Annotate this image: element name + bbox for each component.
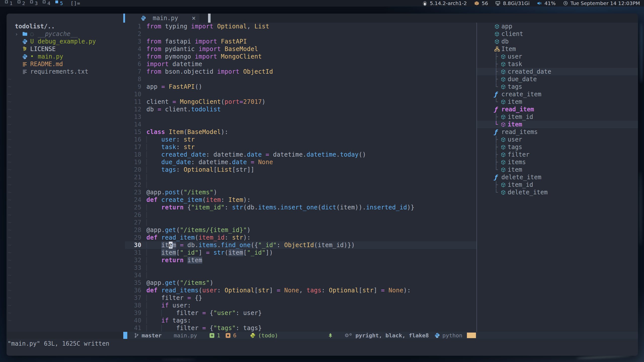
- workspace-4[interactable]: 4: [43, 0, 50, 6]
- outline-symbol-items[interactable]: ├ items: [477, 158, 638, 166]
- file-tree-item-license[interactable]: LICENSE: [7, 45, 123, 53]
- tab-close-icon[interactable]: ×: [192, 15, 196, 21]
- code-line-33[interactable]: 33: [125, 264, 476, 272]
- variable-cube-icon: [501, 99, 508, 105]
- function-icon: ƒ: [494, 174, 501, 181]
- variable-cube-icon: [501, 152, 508, 157]
- code-line-29[interactable]: 29def read_item(item_id: str):: [125, 234, 476, 241]
- code-line-15[interactable]: 15class Item(BaseModel):: [125, 128, 476, 136]
- code-line-4[interactable]: 4from pydantic import BaseModel: [125, 45, 476, 53]
- code-line-24[interactable]: 24def create_item(item: Item):: [125, 196, 476, 204]
- outline-symbol-task[interactable]: ├ task: [477, 60, 638, 68]
- outline-symbol-client[interactable]: client: [477, 30, 638, 38]
- outline-symbol-item_id[interactable]: ├ item_id: [477, 181, 638, 189]
- file-tree-item-requirements-txt[interactable]: requirements.txt: [7, 68, 123, 75]
- code-line-41[interactable]: 41 filter = {"tags": tags}: [125, 324, 476, 332]
- code-line-3[interactable]: 3from fastapi import FastAPI: [125, 38, 476, 45]
- file-tree-item-readme-md[interactable]: README.md: [7, 60, 123, 68]
- workspace-5[interactable]: 5: [55, 0, 63, 6]
- end-of-buffer-tilde: ~: [7, 136, 123, 143]
- code-line-39[interactable]: 39 filter = {"user": user}: [125, 309, 476, 317]
- code-line-27[interactable]: 27: [125, 219, 476, 226]
- tab-main-py[interactable]: main.py ×: [125, 14, 199, 23]
- code-line-12[interactable]: 12db = client.todolist: [125, 106, 476, 113]
- code-line-9[interactable]: 9app = FastAPI(): [125, 83, 476, 90]
- workspace-1[interactable]: 1: [5, 0, 13, 6]
- code-line-25[interactable]: 25 return {"item_id": str(db.items.inser…: [125, 204, 476, 211]
- outline-symbol-app[interactable]: app: [477, 23, 638, 30]
- code-line-6[interactable]: 6import datetime: [125, 60, 476, 68]
- code-line-1[interactable]: 1from typing import Optional, List: [125, 23, 476, 30]
- symbol-label: item: [508, 98, 522, 105]
- git-changed-icon: [226, 333, 230, 338]
- outline-symbol-due_date[interactable]: ├ due_date: [477, 75, 638, 83]
- code-line-28[interactable]: 28@app.get("/items/{item_id}"): [125, 226, 476, 234]
- code-line-36[interactable]: 36def read_items(user: Optional[str] = N…: [125, 287, 476, 294]
- end-of-buffer-tilde: ~: [7, 309, 123, 317]
- code-line-2[interactable]: 2: [125, 30, 476, 38]
- end-of-buffer-tilde: ~: [7, 113, 123, 121]
- code-editor[interactable]: 1from typing import Optional, List23from…: [125, 23, 476, 332]
- outline-symbol-item[interactable]: └ item: [477, 121, 638, 128]
- code-text: tags: Optional[List[str]]: [146, 166, 254, 173]
- outline-symbol-item[interactable]: └ item: [477, 98, 638, 106]
- code-line-13[interactable]: 13: [125, 113, 476, 121]
- code-line-34[interactable]: 34: [125, 272, 476, 279]
- code-line-26[interactable]: 26: [125, 211, 476, 219]
- code-line-10[interactable]: 10: [125, 90, 476, 98]
- code-line-31[interactable]: 31 item["_id"] = str(item["_id"]): [125, 249, 476, 256]
- workspace-3[interactable]: 3: [30, 0, 38, 6]
- outline-symbol-item[interactable]: └ item: [477, 166, 638, 173]
- outline-symbol-tags[interactable]: └ tags: [477, 83, 638, 90]
- code-line-16[interactable]: 16 user: str: [125, 136, 476, 143]
- outline-symbol-created_date[interactable]: ├ created_date: [477, 68, 638, 75]
- layout-indicator[interactable]: []=: [70, 0, 80, 6]
- outline-symbol-delete_item[interactable]: └ delete_item: [477, 189, 638, 196]
- symbol-label: client: [501, 30, 523, 37]
- outline-symbol-user[interactable]: ├ user: [477, 53, 638, 60]
- workspace-2[interactable]: 2: [18, 0, 25, 6]
- code-line-22[interactable]: 22: [125, 181, 476, 189]
- code-line-14[interactable]: 14: [125, 121, 476, 128]
- end-of-buffer-tilde: ~: [7, 158, 123, 166]
- system-status-clock: Tue September 14 12:03PM: [563, 0, 640, 6]
- outline-symbol-read_item[interactable]: ƒread_item: [477, 106, 638, 113]
- outline-symbol-filter[interactable]: ├ filter: [477, 151, 638, 158]
- code-line-23[interactable]: 23@app.post("/items"): [125, 189, 476, 196]
- code-line-40[interactable]: 40 if tags:: [125, 317, 476, 324]
- outline-symbol-create_item[interactable]: ƒcreate_item: [477, 90, 638, 98]
- speaker-icon: [537, 1, 542, 6]
- outline-symbol-read_items[interactable]: ƒread_items: [477, 128, 638, 136]
- code-line-5[interactable]: 5from pymongo import MongoClient: [125, 53, 476, 60]
- file-tree-item--pycache-[interactable]: ›◌__pycache__: [7, 30, 123, 38]
- wm-status-bar: 12345 []= 5.14.2-arch1-2 56 8.8Gi/31Gi 4…: [0, 0, 644, 7]
- code-line-17[interactable]: 17 task: str: [125, 143, 476, 151]
- outline-symbol-db[interactable]: db: [477, 38, 638, 45]
- code-line-30[interactable]: 30 item = db.items.find_one({"_id": Obje…: [125, 241, 476, 249]
- code-line-8[interactable]: 8: [125, 75, 476, 83]
- outline-symbol-Item[interactable]: Item: [477, 45, 638, 53]
- end-of-buffer-tilde: ~: [7, 166, 123, 173]
- code-line-21[interactable]: 21: [125, 173, 476, 181]
- variable-cube-icon: [501, 114, 508, 120]
- file-tree-item-debug-example-py[interactable]: Udebug_example.py: [7, 38, 123, 45]
- code-line-11[interactable]: 11client = MongoClient(port=27017): [125, 98, 476, 106]
- outline-symbol-item_id[interactable]: ├ item_id: [477, 113, 638, 121]
- code-line-32[interactable]: 32 return item: [125, 256, 476, 264]
- outline-symbol-delete_item[interactable]: ƒdelete_item: [477, 173, 638, 181]
- code-line-7[interactable]: 7from bson.objectid import ObjectId: [125, 68, 476, 75]
- filetype-name: python: [442, 332, 462, 339]
- outline-symbol-tags[interactable]: ├ tags: [477, 143, 638, 151]
- code-line-38[interactable]: 38 if user:: [125, 302, 476, 309]
- file-tree-root[interactable]: todolist/..: [7, 23, 123, 30]
- code-line-35[interactable]: 35@app.get("/items"): [125, 279, 476, 287]
- code-line-19[interactable]: 19 due_date: datetime.date = None: [125, 158, 476, 166]
- indent-guide: [161, 325, 162, 331]
- code-line-37[interactable]: 37 filter = {}: [125, 294, 476, 302]
- outline-symbol-user[interactable]: ├ user: [477, 136, 638, 143]
- code-line-20[interactable]: 20 tags: Optional[List[str]]: [125, 166, 476, 173]
- line-number: 41: [125, 325, 141, 332]
- code-line-18[interactable]: 18 created_date: datetime.date = datetim…: [125, 151, 476, 158]
- file-tree-item-main-py[interactable]: •main.py: [7, 53, 123, 60]
- line-number: 5: [125, 53, 141, 60]
